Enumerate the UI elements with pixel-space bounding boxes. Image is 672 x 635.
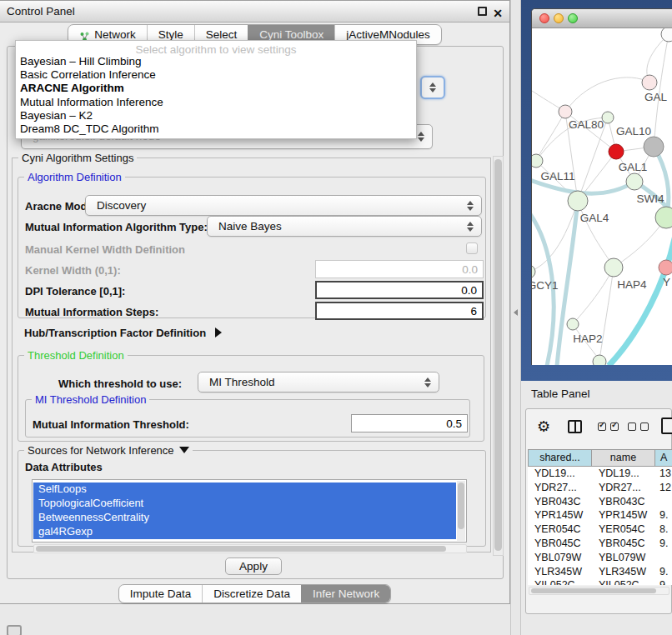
tab-infer-network-label: Infer Network bbox=[313, 585, 379, 603]
node-red-selected[interactable] bbox=[609, 144, 624, 159]
algorithm-combobox-fragment[interactable] bbox=[420, 76, 445, 99]
stepper-icon bbox=[424, 378, 431, 388]
node-label: GAL bbox=[644, 91, 668, 103]
dock-icon[interactable] bbox=[7, 625, 22, 635]
node-gal-right[interactable] bbox=[642, 75, 657, 90]
table-row[interactable]: YBR043CYBR043C bbox=[528, 495, 672, 509]
minimize-traffic-light-icon[interactable] bbox=[554, 13, 564, 23]
table-row[interactable]: YDL19...YDL19...13 bbox=[528, 467, 672, 481]
threshold-definition-group: Threshold Definition Which threshold to … bbox=[18, 355, 484, 442]
algorithm-option[interactable]: Dream8 DC_TDC Algorithm bbox=[16, 122, 416, 136]
control-panel-titlebar: Control Panel ✕ bbox=[0, 1, 509, 22]
network-view-window: GAL GAL80 GAL10 GAL1 GAL11 SWI4 GAL4 GCY… bbox=[531, 8, 672, 365]
tab-impute-data[interactable]: Impute Data bbox=[119, 585, 203, 602]
node-gal10[interactable] bbox=[644, 137, 664, 157]
column-header-shared-name[interactable]: shared... bbox=[528, 449, 592, 467]
table-row[interactable]: YBR045CYBR045C9. bbox=[528, 537, 672, 551]
sources-group: Sources for Network Inference Data Attri… bbox=[18, 450, 486, 547]
manual-kernel-label: Manual Kernel Width Definition bbox=[25, 243, 185, 256]
tab-infer-network[interactable]: Infer Network bbox=[301, 585, 390, 602]
unselect-all-icon[interactable] bbox=[640, 422, 649, 431]
which-threshold-value: MI Threshold bbox=[209, 376, 275, 388]
column-header-clipped[interactable]: A bbox=[655, 449, 672, 467]
algorithm-option[interactable]: Mutual Information Inference bbox=[16, 96, 416, 109]
close-traffic-light-icon[interactable] bbox=[539, 13, 549, 23]
float-window-icon[interactable] bbox=[478, 7, 487, 16]
table-row[interactable]: YLR345WYLR345W9. bbox=[528, 565, 672, 579]
panel-splitter[interactable] bbox=[510, 0, 521, 635]
node-gal11[interactable] bbox=[532, 154, 543, 168]
export-table-icon[interactable] bbox=[661, 418, 672, 434]
apply-button[interactable]: Apply bbox=[225, 558, 282, 575]
table-row[interactable]: YER054CYER054C8. bbox=[528, 522, 672, 537]
attribute-item[interactable]: BetweennessCentrality bbox=[33, 511, 456, 525]
unselect-all-icon[interactable] bbox=[628, 422, 636, 431]
settings-group-title: Cyni Algorithm Settings bbox=[18, 152, 137, 164]
node-label: GCY1 bbox=[532, 279, 558, 292]
mi-threshold-group: MI Threshold Definition Mutual Informati… bbox=[25, 399, 470, 438]
node-gal1[interactable] bbox=[626, 173, 643, 190]
zoom-traffic-light-icon[interactable] bbox=[568, 13, 578, 23]
table-row[interactable]: YPR145WYPR145W9. bbox=[528, 508, 672, 522]
dpi-tolerance-input[interactable] bbox=[315, 281, 484, 299]
collapsed-arrow-icon bbox=[215, 328, 222, 338]
data-attributes-list: SelfLoops TopologicalCoefficient Between… bbox=[32, 479, 467, 542]
select-all-checked-icon[interactable]: ✓ bbox=[598, 422, 606, 431]
which-threshold-combobox[interactable]: MI Threshold bbox=[198, 372, 439, 392]
list-vertical-scrollbar[interactable] bbox=[457, 481, 465, 541]
node-gal80[interactable] bbox=[602, 112, 614, 123]
algorithm-option-selected[interactable]: ARACNE Algorithm bbox=[16, 82, 416, 95]
node-label: HAP2 bbox=[573, 332, 602, 345]
mi-threshold-input[interactable] bbox=[351, 414, 468, 432]
network-canvas[interactable]: GAL GAL80 GAL10 GAL1 GAL11 SWI4 GAL4 GCY… bbox=[532, 28, 672, 365]
sources-title-text: Sources for Network Inference bbox=[28, 444, 174, 457]
settings-vertical-scrollbar[interactable] bbox=[493, 156, 504, 556]
manual-kernel-checkbox[interactable] bbox=[466, 242, 478, 254]
attribute-item[interactable]: gal4RGexp bbox=[33, 525, 456, 539]
select-all-checked-icon[interactable]: ✓ bbox=[610, 422, 619, 431]
column-browser-icon[interactable] bbox=[568, 420, 582, 433]
node[interactable] bbox=[593, 355, 606, 365]
tab-discretize-data-label: Discretize Data bbox=[213, 585, 290, 603]
node-y[interactable] bbox=[659, 260, 672, 275]
node-label: HAP4 bbox=[617, 278, 647, 291]
node-hap2[interactable] bbox=[567, 318, 579, 330]
network-icon bbox=[79, 29, 90, 40]
table-row[interactable]: YDR27...YDR27...12 bbox=[528, 481, 672, 495]
kernel-width-label: Kernel Width (0,1): bbox=[25, 264, 121, 277]
right-region: GAL GAL80 GAL10 GAL1 GAL11 SWI4 GAL4 GCY… bbox=[521, 0, 672, 635]
sources-group-title: Sources for Network Inference bbox=[24, 444, 193, 457]
node-label: Y bbox=[663, 276, 670, 288]
aracne-mode-combobox[interactable]: Discovery bbox=[85, 195, 482, 216]
tab-discretize-data[interactable]: Discretize Data bbox=[202, 585, 301, 602]
node-label: SWI4 bbox=[636, 192, 664, 205]
tab-impute-data-label: Impute Data bbox=[130, 585, 192, 603]
table-row[interactable]: YIL052CYIL052C9 bbox=[528, 578, 672, 585]
node[interactable] bbox=[559, 105, 572, 118]
mi-steps-input[interactable] bbox=[315, 302, 484, 320]
node-gal4[interactable] bbox=[568, 191, 588, 211]
which-threshold-label: Which threshold to use: bbox=[58, 378, 182, 390]
list-horizontal-scrollbar[interactable] bbox=[33, 544, 467, 553]
close-icon[interactable]: ✕ bbox=[493, 3, 503, 24]
algorithm-option[interactable]: Bayesian – K2 bbox=[16, 109, 416, 122]
node-hap4[interactable] bbox=[604, 258, 623, 277]
network-highlight-edge bbox=[609, 235, 672, 365]
algorithm-option[interactable]: Bayesian – Hill Climbing bbox=[16, 55, 416, 68]
mi-type-combobox[interactable]: Naive Bayes bbox=[207, 216, 482, 237]
algorithm-option[interactable]: Basic Correlation Inference bbox=[16, 68, 416, 82]
hub-definition-toggle[interactable]: Hub/Transcription Factor Definition bbox=[24, 327, 222, 339]
node-gcy1[interactable] bbox=[532, 265, 535, 278]
column-header-name[interactable]: name bbox=[592, 449, 655, 467]
cyni-algorithm-settings-group: Cyni Algorithm Settings Algorithm Defini… bbox=[12, 158, 491, 552]
attribute-item[interactable]: SelfLoops bbox=[33, 482, 456, 497]
splitter-handle-icon[interactable] bbox=[514, 309, 518, 316]
network-window-titlebar[interactable] bbox=[532, 9, 672, 28]
table-horizontal-scrollbar[interactable] bbox=[529, 587, 669, 595]
node-swi4[interactable] bbox=[655, 207, 672, 228]
kernel-width-input[interactable] bbox=[315, 260, 484, 278]
attribute-item[interactable]: TopologicalCoefficient bbox=[33, 497, 456, 511]
gear-icon[interactable]: ⚙ bbox=[537, 418, 550, 436]
table-row[interactable]: YBL079WYBL079W bbox=[528, 551, 672, 565]
mi-threshold-group-title: MI Threshold Definition bbox=[32, 393, 149, 406]
